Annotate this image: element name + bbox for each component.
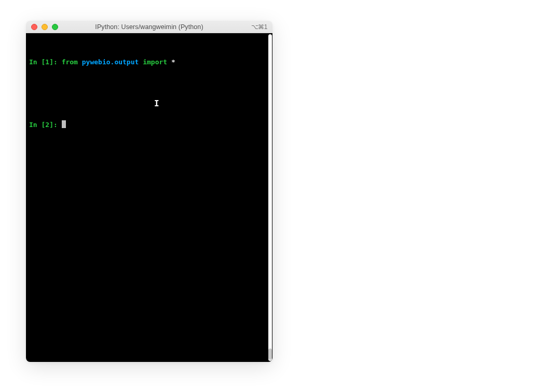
zoom-icon[interactable] [52, 24, 58, 30]
kw-import: import [143, 58, 167, 66]
terminal-line-1: In [1]: from pywebio.output import * [29, 57, 265, 67]
scrollbar[interactable] [268, 33, 272, 362]
traffic-lights [31, 24, 58, 30]
scrollbar-thumb[interactable] [268, 348, 272, 360]
prompt-num: 2 [45, 121, 49, 129]
close-icon[interactable] [31, 24, 37, 30]
titlebar[interactable]: IPython: Users/wangweimin (Python) ⌥⌘1 [26, 21, 272, 33]
minimize-icon[interactable] [42, 24, 48, 30]
prompt-suffix: ]: [49, 58, 61, 66]
terminal[interactable]: In [1]: from pywebio.output import * In … [26, 33, 268, 362]
prompt-prefix: In [ [29, 58, 45, 66]
terminal-area: In [1]: from pywebio.output import * In … [26, 33, 272, 362]
import-star: * [171, 58, 175, 66]
terminal-window: IPython: Users/wangweimin (Python) ⌥⌘1 I… [26, 21, 272, 362]
prompt-num: 1 [45, 58, 49, 66]
ibeam-cursor-icon: I [154, 97, 159, 110]
prompt-suffix: ]: [49, 121, 61, 129]
window-title: IPython: Users/wangweimin (Python) [26, 23, 272, 31]
terminal-blank-line [29, 89, 265, 99]
window-shortcut: ⌥⌘1 [251, 23, 267, 31]
text-cursor [62, 120, 66, 128]
terminal-line-2: In [2]: [29, 120, 265, 130]
prompt-prefix: In [ [29, 121, 45, 129]
module-name: pywebio.output [82, 58, 139, 66]
kw-from: from [62, 58, 78, 66]
scrollbar-track [268, 34, 272, 361]
